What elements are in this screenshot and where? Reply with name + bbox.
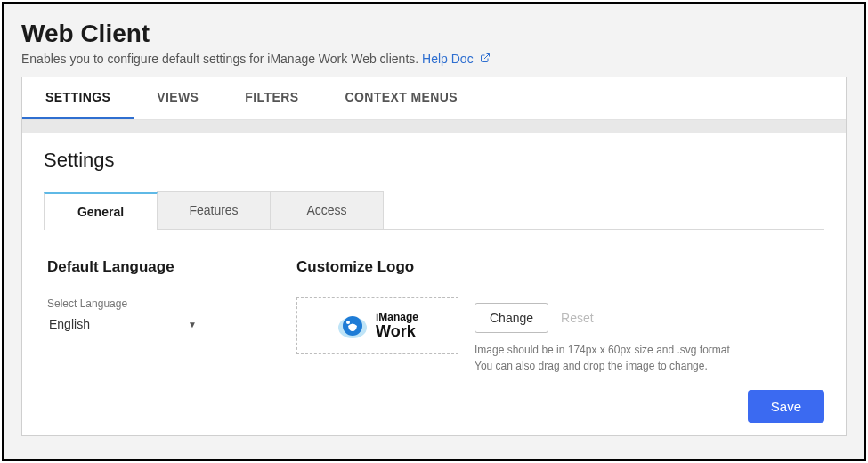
tab-views[interactable]: VIEWS [134,77,222,119]
tab-filters[interactable]: FILTERS [222,77,321,119]
language-select[interactable]: English ▼ [47,313,199,337]
select-language-label: Select Language [47,297,243,310]
logo-side-col: Change Reset Image should be in 174px x … [475,297,733,374]
app-frame: Web Client Enables you to configure defa… [2,2,866,461]
form-area: Default Language Select Language English… [44,230,824,378]
logo-preview: iManage Work [337,310,418,342]
change-logo-button[interactable]: Change [475,303,548,333]
subtitle-text: Enables you to configure default setting… [21,52,422,66]
default-language-title: Default Language [47,258,243,276]
page-header: Web Client Enables you to configure defa… [4,4,864,77]
primary-tab-row: SETTINGS VIEWS FILTERS CONTEXT MENUS [22,77,846,120]
logo-dropzone[interactable]: iManage Work [296,297,458,354]
reset-logo-link[interactable]: Reset [561,311,594,325]
logo-brand-top: iManage [376,312,418,323]
page-subtitle: Enables you to configure default setting… [21,52,847,66]
settings-content: Settings General Features Access Default… [22,133,846,386]
page-title: Web Client [21,20,847,48]
logo-row: iManage Work Change Reset Image should b… [296,297,821,374]
subtab-access[interactable]: Access [270,191,384,229]
customize-logo-title: Customize Logo [296,258,821,276]
customize-logo-group: Customize Logo [296,258,821,374]
default-language-group: Default Language Select Language English… [47,258,243,374]
svg-point-3 [346,321,350,324]
tab-context-menus[interactable]: CONTEXT MENUS [321,77,481,119]
logo-text-stack: iManage Work [376,312,418,341]
logo-actions: Change Reset [475,303,733,333]
sub-tab-row: General Features Access [44,191,824,230]
imanage-logo-icon [337,310,369,342]
help-doc-label: Help Doc [422,52,474,66]
section-title: Settings [44,149,824,172]
divider-strip [22,120,846,133]
main-panel: SETTINGS VIEWS FILTERS CONTEXT MENUS Set… [21,77,847,436]
external-link-icon [480,52,491,66]
subtab-general[interactable]: General [44,192,158,230]
tab-settings[interactable]: SETTINGS [22,77,134,119]
save-row: Save [22,386,846,435]
svg-line-0 [484,54,490,60]
chevron-down-icon: ▼ [188,320,197,329]
logo-hint-text: Image should be in 174px x 60px size and… [475,342,733,374]
language-select-value: English [49,317,90,331]
subtab-features[interactable]: Features [157,191,271,229]
logo-brand-bottom: Work [376,323,418,341]
save-button[interactable]: Save [748,390,824,423]
help-doc-link[interactable]: Help Doc [422,52,490,66]
